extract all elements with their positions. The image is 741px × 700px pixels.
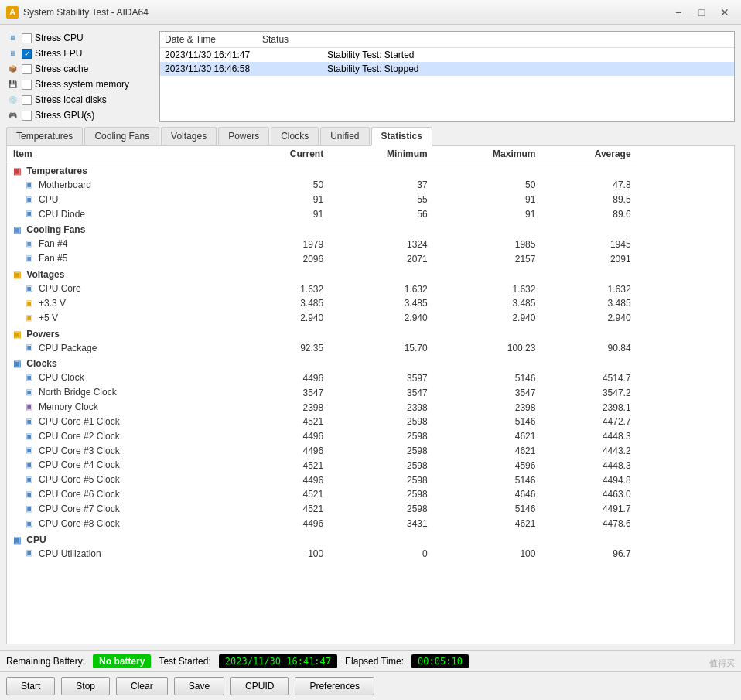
stress-fpu-item: 🖥 Stress FPU [6,46,153,60]
col-maximum: Maximum [434,146,542,162]
stress-memory-item: 💾 Stress system memory [6,77,153,91]
tab-temperatures[interactable]: Temperatures [6,127,83,145]
table-row: ▣Fan #41979132419851945 [7,237,734,251]
stress-gpu-item: 🎮 Stress GPU(s) [6,108,153,122]
stress-cpu-label: Stress CPU [35,32,84,43]
title-bar: A System Stability Test - AIDA64 − □ ✕ [0,0,741,25]
section-header: ▣ Cooling Fans [7,221,734,237]
tab-voltages[interactable]: Voltages [161,127,217,145]
stress-cache-label: Stress cache [35,63,88,74]
table-row: ▣CPU Core #6 Clock4521259846464463.0 [7,487,734,502]
stress-memory-checkbox[interactable] [22,80,32,90]
stress-cpu-checkbox[interactable] [22,33,32,43]
stress-cache-checkbox[interactable] [22,64,32,74]
app-icon: A [6,6,19,19]
statistics-table: Item Current Minimum Maximum Average ▣ T… [7,146,734,561]
status-bar: Remaining Battery: No battery Test Start… [0,650,741,671]
stress-local-label: Stress local disks [35,94,107,105]
log-row-1: 2023/11/30 16:41:47 Stability Test: Star… [160,48,734,62]
table-row: ▣CPU Core #2 Clock4496259846214448.3 [7,429,734,444]
stress-fpu-checkbox[interactable] [22,49,32,59]
col-average: Average [541,146,637,162]
close-button[interactable]: ✕ [715,5,735,20]
battery-label: Remaining Battery: [6,656,85,667]
table-row: ▣CPU Clock4496359751464514.7 [7,370,734,385]
section-header: ▣ CPU [7,531,734,547]
table-row: ▣CPU Core1.6321.6321.6321.632 [7,282,734,296]
table-row: ▣Motherboard50375047.8 [7,178,734,193]
top-section: 🖥 Stress CPU 🖥 Stress FPU 📦 Stress cache… [6,31,735,122]
table-row: ▣CPU Core #8 Clock4496343146214478.6 [7,517,734,531]
col-item: Item [7,146,240,162]
stress-fpu-label: Stress FPU [35,48,82,59]
log-datetime-2: 2023/11/30 16:46:58 [165,63,281,74]
table-row: ▣Memory Clock2398239823982398.1 [7,400,734,415]
battery-value: No battery [93,654,151,668]
log-header-datetime: Date & Time [165,34,216,45]
col-current: Current [240,146,330,162]
table-row: ▣CPU91559189.5 [7,193,734,207]
table-row: ▣North Bridge Clock3547354735473547.2 [7,385,734,400]
table-row: ▣CPU Core #4 Clock4521259845964448.3 [7,458,734,473]
maximize-button[interactable]: □ [691,5,712,20]
table-row: ▣+3.3 V3.4853.4853.4853.485 [7,296,734,311]
watermark: 值得买 [709,657,735,669]
section-header: ▣ Voltages [7,266,734,282]
log-row-2: 2023/11/30 16:46:58 Stability Test: Stop… [160,62,734,76]
log-datetime-1: 2023/11/30 16:41:47 [165,50,281,60]
log-status-2: Stability Test: Stopped [327,63,419,74]
minimize-button[interactable]: − [668,5,688,20]
elapsed-label: Elapsed Time: [345,656,404,667]
log-header-status: Status [262,34,289,45]
stop-button[interactable]: Stop [61,677,110,695]
stress-local-checkbox[interactable] [22,95,32,105]
bottom-bar: Start Stop Clear Save CPUID Preferences [0,671,741,700]
table-row: ▣Fan #52096207121572091 [7,251,734,266]
stress-gpu-checkbox[interactable] [22,111,32,121]
tab-cooling-fans[interactable]: Cooling Fans [84,127,159,145]
start-button[interactable]: Start [6,677,55,695]
stress-cpu-item: 🖥 Stress CPU [6,31,153,45]
stress-gpu-label: Stress GPU(s) [35,110,94,121]
data-panel[interactable]: Item Current Minimum Maximum Average ▣ T… [6,146,735,644]
elapsed-value: 00:05:10 [411,654,469,668]
clear-button[interactable]: Clear [116,677,168,695]
test-started-value: 2023/11/30 16:41:47 [219,654,337,668]
section-header: ▣ Clocks [7,355,734,370]
tab-unified[interactable]: Unified [320,127,369,145]
table-row: ▣CPU Core #7 Clock4521259851464491.7 [7,502,734,517]
save-button[interactable]: Save [174,677,224,695]
table-header-row: Item Current Minimum Maximum Average [7,146,734,162]
table-row: ▣CPU Core #3 Clock4496259846214443.2 [7,444,734,459]
fpu-icon: 🖥 [6,47,19,60]
test-started-label: Test Started: [159,656,210,667]
log-status-1: Stability Test: Started [327,50,415,60]
table-row: ▣CPU Diode91569189.6 [7,207,734,222]
stress-cache-item: 📦 Stress cache [6,62,153,76]
table-row: ▣CPU Package92.3515.70100.2390.84 [7,341,734,356]
stress-local-item: 💿 Stress local disks [6,93,153,107]
cpuid-button[interactable]: CPUID [230,677,289,695]
log-header: Date & Time Status [160,32,734,48]
tab-bar: Temperatures Cooling Fans Voltages Power… [6,127,735,146]
gpu-icon: 🎮 [6,109,19,121]
main-content: 🖥 Stress CPU 🖥 Stress FPU 📦 Stress cache… [0,25,741,650]
section-header: ▣ Temperatures [7,162,734,179]
table-row: ▣+5 V2.9402.9402.9402.940 [7,311,734,326]
memory-icon: 💾 [6,78,19,90]
tab-powers[interactable]: Powers [218,127,269,145]
preferences-button[interactable]: Preferences [295,677,374,695]
table-row: ▣CPU Core #5 Clock4496259851464494.8 [7,473,734,487]
cpu-icon: 🖥 [6,32,19,44]
table-row: ▣CPU Utilization100010096.7 [7,547,734,562]
window-controls: − □ ✕ [668,5,735,20]
cache-icon: 📦 [6,63,19,75]
stress-memory-label: Stress system memory [35,79,129,90]
col-minimum: Minimum [330,146,433,162]
tab-statistics[interactable]: Statistics [371,127,432,146]
disk-icon: 💿 [6,94,19,106]
tab-clocks[interactable]: Clocks [271,127,319,145]
window-title: System Stability Test - AIDA64 [23,7,668,18]
table-row: ▣CPU Core #1 Clock4521259851464472.7 [7,415,734,429]
tabs-section: Temperatures Cooling Fans Voltages Power… [6,127,735,644]
